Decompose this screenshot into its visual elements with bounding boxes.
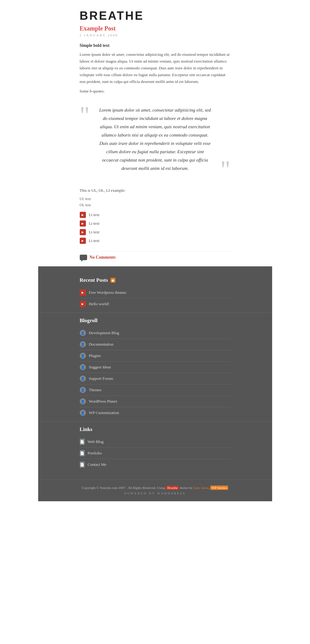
list-item: Li text — [80, 211, 231, 219]
site-title: BREATHE — [80, 9, 272, 23]
blogroll-item: WordPress Planet — [80, 396, 231, 407]
blogroll-link-1[interactable]: Development Blog — [89, 330, 119, 335]
list-item: Li text — [80, 236, 231, 245]
sidebar-arrow-icon — [80, 301, 86, 307]
links-link-1[interactable]: Web Blog — [88, 439, 104, 444]
ol-label: OL text — [80, 202, 231, 208]
copyright-text: Copyright © Yoursite.com 2007 - All Righ… — [82, 486, 165, 490]
ul-label: UL text — [80, 196, 231, 202]
breathe-link[interactable]: Breathe — [166, 486, 179, 490]
zane-link[interactable]: Zane Jamal — [193, 486, 209, 490]
blogroll-link-4[interactable]: Suggest Ideas — [89, 365, 111, 370]
li-arrow-icon-2 — [80, 220, 86, 227]
blogroll-item: Development Blog — [80, 327, 231, 339]
blogroll-item: Support Forum — [80, 373, 231, 384]
person-icon — [80, 341, 86, 347]
recent-post-item: Free Wordpress themes — [80, 287, 231, 298]
blockquote-text: Lorem ipsum dolor sit amet, consectetur … — [98, 106, 212, 173]
file-icon — [80, 439, 85, 445]
person-icon — [80, 330, 86, 336]
footer: Copyright © Yoursite.com 2007 - All Righ… — [38, 479, 272, 501]
recent-posts-list: Free Wordpress themes Hello world! — [80, 287, 231, 310]
blogroll-item: Documentation — [80, 339, 231, 350]
links-list: Web Blog Portfolio Contact Me — [80, 436, 231, 470]
bold-text: Simple bold text — [80, 43, 231, 48]
blogroll-item: Plugins — [80, 350, 231, 362]
theme-by-text: theme by — [180, 486, 192, 490]
links-section: Links Web Blog Portfolio Contact Me — [38, 422, 272, 473]
li-arrow-icon-1 — [80, 212, 86, 218]
links-link-3[interactable]: Contact Me — [88, 462, 107, 467]
blogroll-link-2[interactable]: Documentation — [89, 342, 114, 347]
li-text-2: Li text — [89, 221, 99, 226]
recent-posts-title: Recent Posts — [80, 277, 108, 283]
links-heading: Links — [80, 426, 231, 433]
recent-post-link-2[interactable]: Hello world! — [89, 301, 110, 306]
post-date: 2 JANUARY 2008 — [80, 33, 272, 37]
blogroll-heading: Blogroll — [80, 318, 231, 324]
wp-themes-link[interactable]: WP themes — [210, 486, 228, 490]
rss-icon[interactable] — [111, 278, 115, 283]
links-title: Links — [80, 426, 93, 433]
blogroll-link-7[interactable]: WordPress Planet — [89, 399, 117, 404]
blockquote-section: " Lorem ipsum dolor sit amet, consectetu… — [80, 100, 231, 179]
quote-open-icon: " — [80, 103, 90, 128]
links-item: Web Blog — [80, 436, 231, 448]
blogroll-list: Development Blog Documentation Plugins S… — [80, 327, 231, 418]
recent-post-link-1[interactable]: Free Wordpress themes — [89, 290, 126, 295]
li-text-4: Li text — [89, 238, 99, 243]
blogroll-section: Blogroll Development Blog Documentation … — [38, 313, 272, 422]
recent-posts-section: Recent Posts Free Wordpress themes Hello… — [38, 273, 272, 313]
blogroll-link-5[interactable]: Support Forum — [89, 376, 113, 381]
li-arrow-icon-3 — [80, 229, 86, 235]
li-list: Li text Li text Li text Li text — [80, 211, 231, 245]
blogroll-item: Suggest Ideas — [80, 362, 231, 373]
person-icon — [80, 398, 86, 404]
comma: , — [209, 486, 210, 490]
footer-copyright: Copyright © Yoursite.com 2007 - All Righ… — [80, 486, 231, 490]
file-icon — [80, 450, 85, 456]
recent-posts-heading: Recent Posts — [80, 277, 231, 283]
blogroll-title: Blogroll — [80, 318, 98, 324]
person-icon — [80, 375, 86, 382]
li-text-1: Li text — [89, 212, 99, 217]
ul-ol-labels: UL text OL text — [80, 196, 231, 208]
recent-post-item: Hello world! — [80, 298, 231, 310]
sidebar-arrow-icon — [80, 289, 86, 296]
bquotes-label: Some b-quotes: — [80, 89, 231, 94]
no-comments-link[interactable]: No Comments — [90, 255, 116, 260]
blogroll-link-3[interactable]: Plugins — [89, 353, 101, 358]
person-icon — [80, 353, 86, 359]
powered-by: POWERED BY WORDPRESS — [80, 491, 231, 495]
links-item: Contact Me — [80, 459, 231, 470]
comment-bubble-icon — [80, 255, 87, 260]
blogroll-link-6[interactable]: Themes — [89, 388, 102, 392]
list-intro: This is UL, OL, LI example: — [80, 188, 231, 193]
person-icon — [80, 387, 86, 393]
li-text-3: Li text — [89, 230, 99, 235]
file-icon — [80, 461, 85, 468]
links-link-2[interactable]: Portfolio — [88, 451, 102, 456]
list-item: Li text — [80, 228, 231, 236]
person-icon — [80, 410, 86, 416]
blogroll-link-8[interactable]: WP Customization — [89, 410, 119, 415]
blogroll-item: WP Customization — [80, 407, 231, 418]
person-icon — [80, 364, 86, 370]
blogroll-item: Themes — [80, 384, 231, 396]
post-title[interactable]: Example Post — [80, 25, 272, 32]
li-arrow-icon-4 — [80, 238, 86, 244]
no-comments-section: No Comments — [80, 251, 231, 260]
quote-close-icon: " — [220, 157, 231, 182]
list-item: Li text — [80, 219, 231, 228]
links-item: Portfolio — [80, 448, 231, 459]
paragraph-1: Lorem ipsum dolor sit amet, consectetur … — [80, 51, 231, 85]
